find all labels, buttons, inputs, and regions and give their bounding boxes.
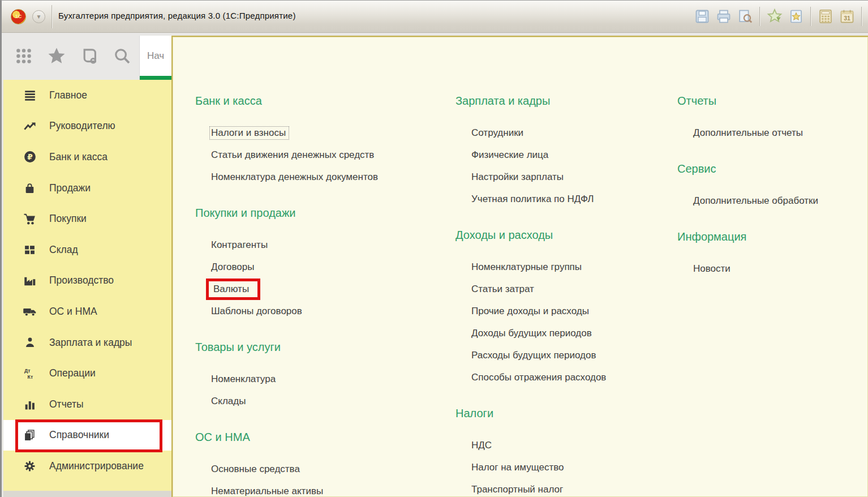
menu-item-nalog-na-imushchestvo[interactable]: Налог на имущество: [456, 456, 677, 478]
sidebar-item-proizvodstvo[interactable]: Производство: [3, 265, 171, 297]
menu-section-informaciya: Информация Новости: [677, 230, 864, 280]
references-menu-panel: Банк и касса Налоги и взносы Статьи движ…: [171, 36, 868, 497]
svg-text:Кт: Кт: [27, 374, 33, 379]
sidebar-item-label: Справочники: [49, 429, 109, 441]
section-title: Отчеты: [677, 94, 864, 108]
menu-item-stati-dvizheniya-ds[interactable]: Статьи движения денежных средств: [195, 144, 450, 166]
menu-item-fizicheskie-lica[interactable]: Физические лица: [456, 144, 677, 166]
sections-sidebar: Главное Руководителю ₽ Банк и касса Прод…: [3, 80, 171, 491]
save-icon[interactable]: [693, 8, 711, 25]
svg-text:Дт: Дт: [24, 368, 31, 374]
highlight-box-valyuty: Валюты: [206, 279, 260, 300]
sidebar-item-administrirovanie[interactable]: Администрирование: [3, 451, 171, 482]
section-title: ОС и НМА: [195, 430, 450, 444]
menu-item-nomenklatura[interactable]: Номенклатура: [195, 368, 450, 390]
print-icon[interactable]: [715, 8, 732, 25]
keyboard-focus-outline: Налоги и взносы: [209, 126, 289, 140]
menu-item-sklady[interactable]: Склады: [195, 390, 450, 412]
menu-item-dohody-budushchih-periodov[interactable]: Доходы будущих периодов: [456, 322, 677, 344]
section-title: Информация: [677, 230, 864, 244]
menu-item-nastroyki-zarplaty[interactable]: Настройки зарплаты: [456, 166, 677, 188]
history-icon[interactable]: [80, 46, 99, 66]
sidebar-item-prodazhi[interactable]: Продажи: [3, 173, 171, 204]
favorites-star-icon[interactable]: [47, 46, 66, 66]
menu-item-sposoby-otrazheniya-rashodov[interactable]: Способы отражения расходов: [456, 366, 677, 388]
window-bottom-strip: [3, 491, 171, 497]
menu-lines-icon: [22, 89, 37, 101]
menu-item-novosti[interactable]: Новости: [677, 258, 864, 280]
menu-column-3: Отчеты Дополнительные отчеты Сервис Допо…: [677, 94, 864, 298]
sidebar-item-label: Банк и касса: [49, 151, 108, 163]
toolbar-separator: [810, 7, 811, 26]
toolbar-separator: [759, 7, 760, 26]
app-window: 1С ▼ Бухгалтерия предприятия, редакция 3…: [0, 0, 868, 497]
menu-item-nomenklatura-den-dokumentov[interactable]: Номенклатура денежных документов: [195, 166, 450, 188]
apps-grid-icon[interactable]: [14, 46, 33, 66]
sidebar-item-label: Производство: [49, 275, 114, 286]
menu-section-bank-i-kassa: Банк и касса Налоги и взносы Статьи движ…: [195, 94, 450, 188]
titlebar-separator: [51, 5, 52, 28]
section-title: Зарплата и кадры: [456, 94, 677, 108]
menu-item-rashody-budushchih-periodov[interactable]: Расходы будущих периодов: [456, 344, 677, 366]
title-bar: 1С ▼ Бухгалтерия предприятия, редакция 3…: [2, 1, 868, 33]
menu-item-dogovory[interactable]: Договоры: [195, 256, 450, 278]
menu-item-osnovnye-sredstva[interactable]: Основные средства: [195, 458, 450, 480]
tab-home-page[interactable]: Нач: [139, 36, 171, 80]
sidebar-item-label: Операции: [49, 367, 96, 379]
section-title: Банк и касса: [195, 94, 450, 108]
gear-icon: [22, 460, 37, 472]
menu-item-kontragenty[interactable]: Контрагенты: [195, 234, 450, 256]
sidebar-item-glavnoe[interactable]: Главное: [3, 80, 171, 111]
trend-arrow-icon: [22, 121, 37, 131]
menu-item-sotrudniki[interactable]: Сотрудники: [456, 122, 677, 144]
menu-item-prochie-dohody-rashody[interactable]: Прочие доходы и расходы: [456, 300, 677, 322]
menu-item-transportnyy-nalog[interactable]: Транспортный налог: [456, 478, 677, 497]
menu-section-zarplata-i-kadry: Зарплата и кадры Сотрудники Физические л…: [456, 94, 677, 210]
sidebar-item-spravochniki[interactable]: Справочники: [3, 420, 171, 451]
calendar-icon[interactable]: 31: [838, 8, 856, 25]
menu-item-valyuty[interactable]: Валюты: [195, 278, 450, 300]
sidebar-item-bank-i-kassa[interactable]: ₽ Банк и касса: [3, 142, 171, 173]
menu-section-otchety: Отчеты Дополнительные отчеты: [677, 94, 864, 144]
calculator-icon[interactable]: [817, 8, 834, 25]
sidebar-item-os-i-nma[interactable]: ОС и НМА: [3, 296, 171, 327]
section-title: Сервис: [677, 162, 864, 176]
menu-column-1: Банк и касса Налоги и взносы Статьи движ…: [195, 94, 450, 497]
sidebar-item-sklad[interactable]: Склад: [3, 234, 171, 265]
menu-item-shablony-dogovorov[interactable]: Шаблоны договоров: [195, 300, 450, 322]
stacked-pages-icon: [22, 430, 37, 441]
sidebar-item-zarplata-i-kadry[interactable]: Зарплата и кадры: [3, 327, 171, 358]
menu-item-nomenklaturnye-gruppy[interactable]: Номенклатурные группы: [456, 256, 677, 278]
sidebar-item-label: Руководителю: [49, 120, 115, 132]
print-preview-icon[interactable]: [736, 8, 754, 25]
shopping-cart-icon: [22, 213, 37, 225]
menu-item-nalogi-i-vznosy[interactable]: Налоги и взносы: [195, 122, 450, 144]
search-icon[interactable]: [113, 46, 132, 66]
sidebar-item-label: Продажи: [49, 182, 91, 194]
main-menu-dropdown-button[interactable]: ▼: [32, 10, 45, 23]
sidebar-item-label: Зарплата и кадры: [49, 337, 132, 349]
window-title: Бухгалтерия предприятия, редакция 3.0 (1…: [58, 11, 296, 20]
sidebar-item-label: Покупки: [49, 213, 87, 225]
menu-item-stati-zatrat[interactable]: Статьи затрат: [456, 278, 677, 300]
favorites-document-icon[interactable]: [787, 8, 805, 25]
menu-item-label: Валюты: [213, 284, 249, 294]
sidebar-item-operacii[interactable]: ДтКт Операции: [3, 358, 171, 389]
add-to-favorites-icon[interactable]: [766, 8, 783, 25]
sidebar-item-otchety[interactable]: Отчеты: [3, 389, 171, 420]
menu-item-dopolnitelnye-otchety[interactable]: Дополнительные отчеты: [677, 122, 864, 144]
menu-item-nds[interactable]: НДС: [456, 434, 677, 456]
sidebar-item-pokupki[interactable]: Покупки: [3, 203, 171, 234]
menu-item-uchetnaya-politika-ndfl[interactable]: Учетная политика по НДФЛ: [456, 188, 677, 210]
bar-chart-icon: [22, 399, 37, 410]
menu-item-dopolnitelnye-obrabotki[interactable]: Дополнительные обработки: [677, 190, 864, 212]
sidebar-item-label: Склад: [49, 244, 78, 256]
section-title: Покупки и продажи: [195, 206, 450, 220]
person-icon: [22, 337, 37, 348]
menu-section-dohody-i-rashody: Доходы и расходы Номенклатурные группы С…: [456, 228, 677, 388]
menu-item-nematerialnye-aktivy[interactable]: Нематериальные активы: [195, 480, 450, 497]
truck-icon: [22, 306, 37, 316]
sidebar-item-rukovoditelyu[interactable]: Руководителю: [3, 111, 171, 142]
menu-section-os-i-nma: ОС и НМА Основные средства Нематериальны…: [195, 430, 450, 497]
svg-text:31: 31: [844, 15, 850, 22]
